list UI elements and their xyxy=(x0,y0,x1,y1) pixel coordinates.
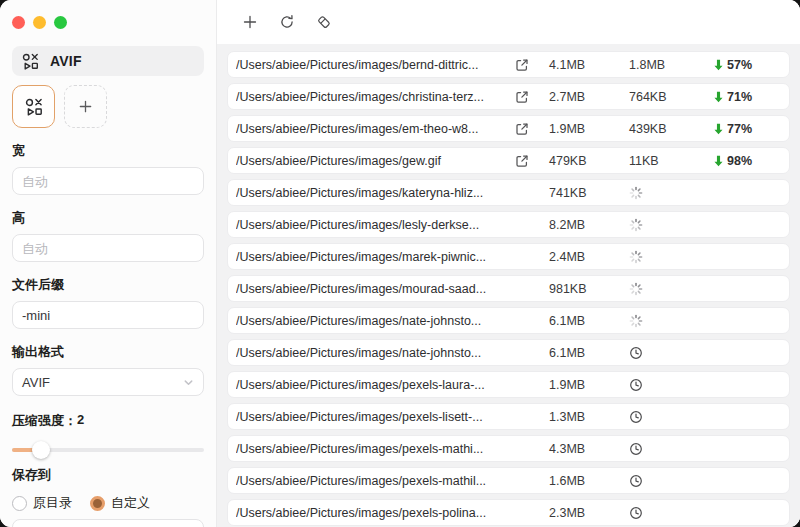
plus-icon xyxy=(78,99,93,114)
original-size: 2.7MB xyxy=(549,90,629,104)
table-row[interactable]: /Users/abiee/Pictures/images/em-theo-w8.… xyxy=(227,115,790,142)
file-path: /Users/abiee/Pictures/images/nate-johnst… xyxy=(236,346,515,360)
file-path: /Users/abiee/Pictures/images/christina-t… xyxy=(236,90,515,104)
open-file-button[interactable] xyxy=(515,90,529,104)
arrow-down-icon xyxy=(713,123,724,135)
table-row[interactable]: /Users/abiee/Pictures/images/pexels-math… xyxy=(227,467,790,494)
original-size: 2.4MB xyxy=(549,250,629,264)
file-path: /Users/abiee/Pictures/images/em-theo-w8.… xyxy=(236,122,515,136)
processing-spinner-icon xyxy=(629,314,643,328)
queued-clock-icon xyxy=(629,474,643,488)
add-files-button[interactable] xyxy=(238,10,262,34)
external-link-icon xyxy=(515,58,529,72)
original-size: 8.2MB xyxy=(549,218,629,232)
saving-badge: 98% xyxy=(713,154,779,168)
width-input[interactable] xyxy=(12,167,204,195)
original-size: 1.6MB xyxy=(549,474,629,488)
plus-icon xyxy=(242,14,258,30)
convert-icon xyxy=(22,53,39,70)
file-path: /Users/abiee/Pictures/images/lesly-derks… xyxy=(236,218,515,232)
original-size: 981KB xyxy=(549,282,629,296)
table-row[interactable]: /Users/abiee/Pictures/images/pexels-poli… xyxy=(227,499,790,526)
radio-circle-icon xyxy=(12,496,27,511)
table-row[interactable]: /Users/abiee/Pictures/images/pexels-laur… xyxy=(227,371,790,398)
table-row[interactable]: /Users/abiee/Pictures/images/pexels-lise… xyxy=(227,403,790,430)
radio-custom-dir[interactable]: 自定义 xyxy=(90,494,150,512)
file-path: /Users/abiee/Pictures/images/pexels-poli… xyxy=(236,506,515,520)
original-size: 1.9MB xyxy=(549,122,629,136)
radio-selected-icon xyxy=(90,496,105,511)
eraser-icon xyxy=(316,14,332,30)
table-row[interactable]: /Users/abiee/Pictures/images/gew.gif 479… xyxy=(227,147,790,174)
minimize-window-button[interactable] xyxy=(33,16,46,29)
clear-list-button[interactable] xyxy=(312,10,336,34)
queued-clock-icon xyxy=(629,410,643,424)
table-row[interactable]: /Users/abiee/Pictures/images/mourad-saad… xyxy=(227,275,790,302)
add-preset-button[interactable] xyxy=(64,85,107,128)
height-input[interactable] xyxy=(12,234,204,262)
original-size: 1.9MB xyxy=(549,378,629,392)
table-row[interactable]: /Users/abiee/Pictures/images/christina-t… xyxy=(227,83,790,110)
file-path: /Users/abiee/Pictures/images/pexels-math… xyxy=(236,474,515,488)
table-row[interactable]: /Users/abiee/Pictures/images/pexels-math… xyxy=(227,435,790,462)
zoom-window-button[interactable] xyxy=(54,16,67,29)
format-select[interactable]: AVIF xyxy=(12,368,204,396)
table-row[interactable]: /Users/abiee/Pictures/images/kateryna-hl… xyxy=(227,179,790,206)
queued-clock-icon xyxy=(629,506,643,520)
file-list: /Users/abiee/Pictures/images/bernd-dittr… xyxy=(217,44,800,527)
open-file-button[interactable] xyxy=(515,122,529,136)
result-size: 439KB xyxy=(629,122,667,136)
save-path-input[interactable] xyxy=(12,519,204,527)
radio-original-dir-label: 原目录 xyxy=(33,494,72,512)
preset-tabs xyxy=(12,85,204,128)
width-label: 宽 xyxy=(12,142,204,160)
table-row[interactable]: /Users/abiee/Pictures/images/nate-johnst… xyxy=(227,339,790,366)
open-file-button[interactable] xyxy=(515,58,529,72)
table-row[interactable]: /Users/abiee/Pictures/images/bernd-dittr… xyxy=(227,51,790,78)
strength-label: 压缩强度： xyxy=(12,412,77,430)
external-link-icon xyxy=(515,90,529,104)
refresh-button[interactable] xyxy=(275,10,299,34)
file-path: /Users/abiee/Pictures/images/pexels-laur… xyxy=(236,378,515,392)
result-size: 11KB xyxy=(629,154,659,168)
arrow-down-icon xyxy=(713,155,724,167)
preset-header: AVIF xyxy=(12,46,204,76)
radio-original-dir[interactable]: 原目录 xyxy=(12,494,72,512)
original-size: 479KB xyxy=(549,154,629,168)
window-controls xyxy=(12,16,204,29)
open-file-button[interactable] xyxy=(515,154,529,168)
saving-badge: 77% xyxy=(713,122,779,136)
result-size: 1.8MB xyxy=(629,58,665,72)
file-path: /Users/abiee/Pictures/images/mourad-saad… xyxy=(236,282,515,296)
save-to-options: 原目录 自定义 xyxy=(12,494,204,512)
refresh-icon xyxy=(279,14,295,30)
file-path: /Users/abiee/Pictures/images/nate-johnst… xyxy=(236,314,515,328)
arrow-down-icon xyxy=(713,59,724,71)
saving-percent: 57% xyxy=(727,58,752,72)
table-row[interactable]: /Users/abiee/Pictures/images/nate-johnst… xyxy=(227,307,790,334)
result-size: 764KB xyxy=(629,90,667,104)
saving-percent: 77% xyxy=(727,122,752,136)
close-window-button[interactable] xyxy=(12,16,25,29)
strength-slider[interactable] xyxy=(12,448,204,452)
saving-percent: 98% xyxy=(727,154,752,168)
slider-handle[interactable] xyxy=(32,441,50,459)
original-size: 6.1MB xyxy=(549,346,629,360)
original-size: 1.3MB xyxy=(549,410,629,424)
toolbar xyxy=(217,0,800,44)
format-label: 输出格式 xyxy=(12,343,204,361)
strength-value: 2 xyxy=(77,412,84,430)
preset-tab-avif[interactable] xyxy=(12,85,55,128)
arrow-down-icon xyxy=(713,91,724,103)
file-path: /Users/abiee/Pictures/images/pexels-lise… xyxy=(236,410,515,424)
queued-clock-icon xyxy=(629,442,643,456)
save-to-label: 保存到 xyxy=(12,466,204,484)
file-path: /Users/abiee/Pictures/images/pexels-math… xyxy=(236,442,515,456)
table-row[interactable]: /Users/abiee/Pictures/images/lesly-derks… xyxy=(227,211,790,238)
original-size: 2.3MB xyxy=(549,506,629,520)
file-path: /Users/abiee/Pictures/images/marek-piwni… xyxy=(236,250,515,264)
original-size: 741KB xyxy=(549,186,629,200)
table-row[interactable]: /Users/abiee/Pictures/images/marek-piwni… xyxy=(227,243,790,270)
suffix-input[interactable] xyxy=(12,301,204,329)
saving-percent: 71% xyxy=(727,90,752,104)
